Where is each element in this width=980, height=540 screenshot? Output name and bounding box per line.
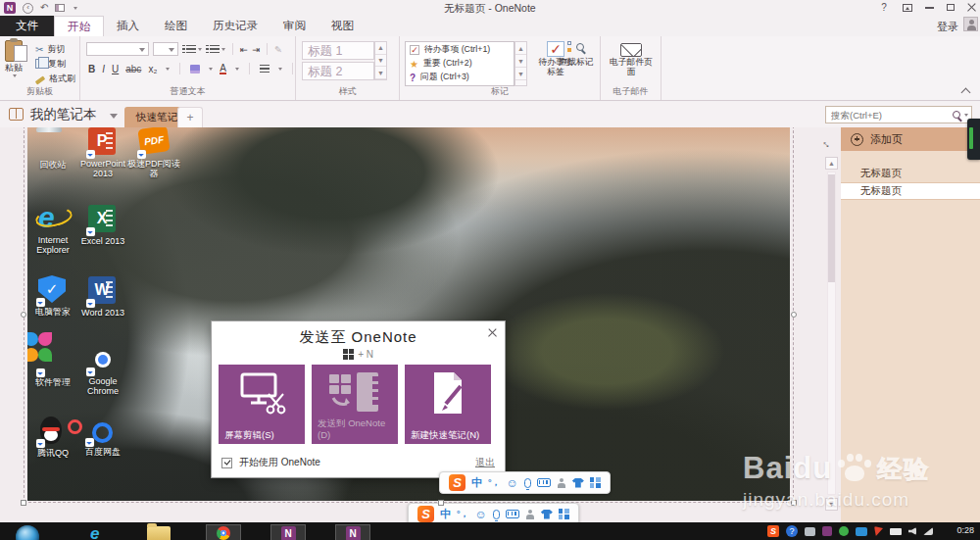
microphone-icon[interactable] (524, 478, 531, 488)
desktop-icon-pdf-reader[interactable]: PDF 极速PDF阅读器 (126, 127, 181, 179)
exit-link[interactable]: 退出 (475, 456, 495, 469)
keyboard-icon[interactable] (506, 510, 519, 518)
screen-clipping-tile[interactable]: 屏幕剪辑(S) (219, 365, 305, 444)
sogou-logo-icon[interactable]: S (417, 506, 434, 522)
tray-battery-icon[interactable] (890, 528, 902, 535)
outdent-button[interactable]: ⇤ (240, 44, 248, 55)
tab-home[interactable]: 开始 (54, 16, 104, 36)
ime-chinese-icon[interactable]: 中 (440, 509, 451, 519)
font-color-button[interactable]: A (220, 64, 226, 74)
tag-todo[interactable]: ✓待办事项 (Ctrl+1) (410, 44, 510, 56)
tray-wechat-icon[interactable] (839, 526, 849, 536)
style-heading2[interactable]: 标题 2 (302, 62, 374, 80)
font-name-select[interactable] (86, 42, 149, 56)
find-tags-button[interactable]: 查找标记 (555, 41, 598, 67)
embedded-screenshot-image[interactable]: 回收站 P PowerPoint 2013 PDF 极速PDF阅读器 e Int… (27, 127, 790, 501)
full-page-view-icon[interactable]: ↔ (819, 135, 835, 151)
ime-chinese-icon[interactable]: 中 (471, 477, 482, 488)
new-section-tab[interactable]: + (177, 107, 203, 127)
desktop-icon-software-manager[interactable]: 软件管理 (27, 346, 80, 387)
highlight-button[interactable] (190, 65, 200, 74)
taskbar-explorer-icon[interactable] (147, 526, 171, 540)
strikethrough-button[interactable]: abc (125, 64, 141, 74)
send-to-onenote-tile[interactable]: 发送到 OneNote (D) (312, 365, 398, 444)
scroll-down-icon[interactable]: ▼ (825, 498, 838, 511)
edge-widget[interactable] (967, 119, 980, 160)
subscript-button[interactable]: x₂ (148, 64, 157, 74)
underline-button[interactable]: U (112, 64, 119, 74)
resize-handle-left[interactable] (21, 312, 26, 318)
ime-punctuation-icon[interactable]: °， (488, 478, 501, 487)
font-size-select[interactable] (153, 42, 178, 56)
resize-handle-right[interactable] (791, 312, 797, 318)
desktop-icon-internet-explorer[interactable]: e Internet Explorer (27, 204, 80, 256)
tray-onenote-icon[interactable] (822, 526, 832, 536)
tray-printer-icon[interactable] (805, 527, 815, 536)
styles-up-icon[interactable]: ▲ (375, 42, 386, 55)
indent-button[interactable]: ⇥ (252, 44, 260, 55)
collapse-ribbon-icon[interactable] (962, 86, 970, 94)
close-icon[interactable] (967, 3, 976, 12)
taskbar-onenote-button[interactable]: N (335, 524, 370, 540)
desktop-icon-word[interactable]: W Word 2013 (75, 276, 130, 318)
scroll-up-icon[interactable]: ▲ (825, 157, 838, 170)
format-pen-icon[interactable]: ✎ (274, 44, 282, 55)
desktop-icon-baidu-netdisk[interactable]: 百度网盘 (75, 414, 130, 457)
tab-file[interactable]: 文件 (0, 16, 54, 36)
tray-network-icon[interactable] (923, 527, 933, 535)
add-page-button[interactable]: 添加页 (841, 127, 980, 151)
tab-draw[interactable]: 绘图 (152, 16, 200, 36)
tab-insert[interactable]: 插入 (104, 16, 152, 36)
tab-history[interactable]: 历史记录 (200, 16, 270, 36)
tray-mail-icon[interactable] (856, 527, 867, 536)
email-page-button[interactable]: 电子邮件页面 (610, 43, 653, 76)
styles-more-icon[interactable]: ▼ (375, 67, 386, 79)
tag-important[interactable]: ★重要 (Ctrl+2) (410, 58, 510, 70)
resize-handle-bottom-right[interactable] (791, 500, 797, 506)
taskbar-ie-icon[interactable]: e (90, 524, 99, 540)
sogou-logo-icon[interactable]: S (449, 474, 466, 491)
account-icon[interactable] (557, 478, 566, 488)
tags-up-icon[interactable]: ▲ (515, 42, 526, 55)
ribbon-options-icon[interactable] (903, 4, 912, 12)
tray-volume-icon[interactable] (908, 527, 916, 535)
copy-button[interactable]: 复制 (35, 57, 75, 71)
style-heading1[interactable]: 标题 1 (302, 41, 374, 60)
dialog-close-icon[interactable] (488, 328, 496, 336)
new-quick-note-tile[interactable]: 新建快速笔记(N) (405, 365, 491, 444)
desktop-icon-powerpoint[interactable]: P PowerPoint 2013 (75, 127, 130, 179)
resize-handle-bottom[interactable] (438, 500, 444, 506)
paste-button[interactable]: 粘贴 (5, 40, 23, 77)
account-avatar[interactable] (963, 17, 978, 31)
paragraph-align-button[interactable] (260, 65, 270, 73)
tab-view[interactable]: 视图 (318, 16, 367, 36)
search-icon[interactable] (953, 111, 960, 119)
toolbox-icon[interactable] (559, 509, 569, 519)
number-list-button[interactable] (206, 45, 225, 53)
search-box[interactable] (825, 106, 972, 123)
tag-question[interactable]: ?问题 (Ctrl+3) (410, 72, 510, 83)
ime-punctuation-icon[interactable]: °， (457, 510, 469, 518)
tags-down-icon[interactable]: ▼ (515, 55, 526, 68)
keyboard-icon[interactable] (537, 478, 551, 487)
desktop-icon-recycle-bin[interactable]: 回收站 (27, 128, 80, 170)
page-item-untitled-1[interactable]: 无标题页 (841, 165, 980, 182)
desktop-icon-chrome[interactable]: Google Chrome (75, 345, 130, 397)
microphone-icon[interactable] (493, 510, 500, 519)
tray-alert-icon[interactable] (874, 526, 883, 536)
script-more-icon[interactable] (166, 68, 170, 71)
restore-icon[interactable] (947, 4, 955, 11)
emoji-icon[interactable]: ☺ (507, 477, 518, 489)
styles-down-icon[interactable]: ▼ (375, 55, 386, 68)
emoji-icon[interactable]: ☺ (475, 509, 487, 520)
skin-icon[interactable] (572, 478, 584, 488)
vertical-scrollbar[interactable] (827, 172, 836, 495)
bold-button[interactable]: B (88, 64, 95, 74)
tray-sogou-icon[interactable]: S (767, 525, 779, 537)
cut-button[interactable]: ✂剪切 (35, 42, 75, 56)
italic-button[interactable]: I (102, 64, 105, 74)
notebook-name[interactable]: 我的笔记本 (30, 106, 97, 123)
sign-in-link[interactable]: 登录 (937, 20, 958, 34)
tab-review[interactable]: 审阅 (270, 16, 318, 36)
taskbar-onenote-clipper-button[interactable]: N (270, 524, 306, 540)
